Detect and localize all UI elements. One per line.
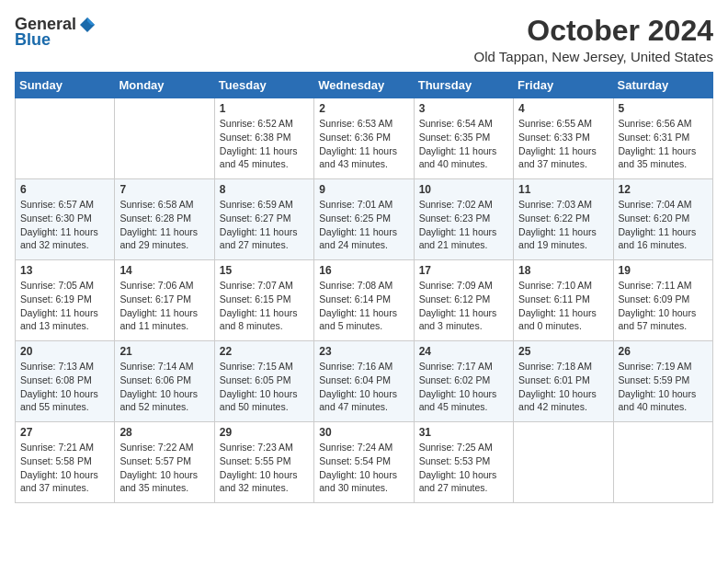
day-number: 8: [220, 183, 309, 196]
cell-info: Sunrise: 6:56 AM Sunset: 6:31 PM Dayligh…: [619, 117, 708, 171]
calendar-cell: 1Sunrise: 6:52 AM Sunset: 6:38 PM Daylig…: [214, 98, 313, 179]
cell-info: Sunrise: 7:21 AM Sunset: 5:58 PM Dayligh…: [20, 441, 109, 495]
day-number: 19: [619, 264, 708, 277]
day-number: 24: [419, 345, 508, 358]
cell-info: Sunrise: 6:53 AM Sunset: 6:36 PM Dayligh…: [319, 117, 408, 171]
calendar-cell: [16, 98, 115, 179]
day-number: 20: [20, 345, 109, 358]
cell-info: Sunrise: 7:03 AM Sunset: 6:22 PM Dayligh…: [518, 198, 608, 252]
cell-info: Sunrise: 7:13 AM Sunset: 6:08 PM Dayligh…: [20, 360, 109, 414]
cell-info: Sunrise: 7:05 AM Sunset: 6:19 PM Dayligh…: [20, 279, 109, 333]
day-number: 15: [220, 264, 309, 277]
cell-info: Sunrise: 7:14 AM Sunset: 6:06 PM Dayligh…: [119, 360, 209, 414]
calendar-cell: 9Sunrise: 7:01 AM Sunset: 6:25 PM Daylig…: [314, 179, 414, 260]
calendar-cell: 17Sunrise: 7:09 AM Sunset: 6:12 PM Dayli…: [414, 260, 513, 341]
day-number: 28: [119, 426, 209, 439]
cell-info: Sunrise: 7:17 AM Sunset: 6:02 PM Dayligh…: [419, 360, 508, 414]
cell-info: Sunrise: 7:08 AM Sunset: 6:14 PM Dayligh…: [319, 279, 408, 333]
cell-info: Sunrise: 6:55 AM Sunset: 6:33 PM Dayligh…: [518, 117, 608, 171]
calendar-cell: 16Sunrise: 7:08 AM Sunset: 6:14 PM Dayli…: [314, 260, 414, 341]
calendar-cell: 3Sunrise: 6:54 AM Sunset: 6:35 PM Daylig…: [414, 98, 513, 179]
cell-info: Sunrise: 7:01 AM Sunset: 6:25 PM Dayligh…: [319, 198, 408, 252]
weekday-header-row: SundayMondayTuesdayWednesdayThursdayFrid…: [16, 73, 713, 98]
cell-info: Sunrise: 7:19 AM Sunset: 5:59 PM Dayligh…: [619, 360, 708, 414]
calendar-cell: 25Sunrise: 7:18 AM Sunset: 6:01 PM Dayli…: [514, 341, 613, 422]
day-number: 3: [419, 102, 508, 115]
calendar-cell: 18Sunrise: 7:10 AM Sunset: 6:11 PM Dayli…: [514, 260, 613, 341]
calendar-week-row: 27Sunrise: 7:21 AM Sunset: 5:58 PM Dayli…: [16, 422, 713, 503]
calendar-cell: 24Sunrise: 7:17 AM Sunset: 6:02 PM Dayli…: [414, 341, 513, 422]
calendar-cell: 2Sunrise: 6:53 AM Sunset: 6:36 PM Daylig…: [314, 98, 414, 179]
cell-info: Sunrise: 7:16 AM Sunset: 6:04 PM Dayligh…: [319, 360, 408, 414]
day-number: 4: [518, 102, 608, 115]
weekday-header-thursday: Thursday: [414, 73, 513, 98]
day-number: 14: [119, 264, 209, 277]
calendar-cell: 7Sunrise: 6:58 AM Sunset: 6:28 PM Daylig…: [115, 179, 214, 260]
day-number: 2: [319, 102, 408, 115]
weekday-header-monday: Monday: [115, 73, 214, 98]
calendar-cell: 20Sunrise: 7:13 AM Sunset: 6:08 PM Dayli…: [16, 341, 115, 422]
calendar-week-row: 13Sunrise: 7:05 AM Sunset: 6:19 PM Dayli…: [16, 260, 713, 341]
day-number: 13: [20, 264, 109, 277]
day-number: 23: [319, 345, 408, 358]
calendar-cell: [613, 422, 712, 503]
day-number: 30: [319, 426, 408, 439]
calendar-cell: 30Sunrise: 7:24 AM Sunset: 5:54 PM Dayli…: [314, 422, 414, 503]
cell-info: Sunrise: 7:25 AM Sunset: 5:53 PM Dayligh…: [419, 441, 508, 495]
cell-info: Sunrise: 6:58 AM Sunset: 6:28 PM Dayligh…: [119, 198, 209, 252]
calendar-cell: 11Sunrise: 7:03 AM Sunset: 6:22 PM Dayli…: [514, 179, 613, 260]
day-number: 5: [619, 102, 708, 115]
page-header: General Blue October 2024 Old Tappan, Ne…: [15, 15, 713, 64]
cell-info: Sunrise: 7:15 AM Sunset: 6:05 PM Dayligh…: [220, 360, 309, 414]
logo: General Blue: [15, 15, 97, 50]
calendar-cell: [514, 422, 613, 503]
calendar-cell: 4Sunrise: 6:55 AM Sunset: 6:33 PM Daylig…: [514, 98, 613, 179]
day-number: 9: [319, 183, 408, 196]
calendar-cell: 10Sunrise: 7:02 AM Sunset: 6:23 PM Dayli…: [414, 179, 513, 260]
day-number: 26: [619, 345, 708, 358]
location-text: Old Tappan, New Jersey, United States: [474, 49, 713, 64]
calendar-cell: 22Sunrise: 7:15 AM Sunset: 6:05 PM Dayli…: [214, 341, 313, 422]
weekday-header-friday: Friday: [514, 73, 613, 98]
cell-info: Sunrise: 7:22 AM Sunset: 5:57 PM Dayligh…: [119, 441, 209, 495]
day-number: 12: [619, 183, 708, 196]
calendar-cell: 12Sunrise: 7:04 AM Sunset: 6:20 PM Dayli…: [613, 179, 712, 260]
cell-info: Sunrise: 7:18 AM Sunset: 6:01 PM Dayligh…: [518, 360, 608, 414]
day-number: 1: [220, 102, 309, 115]
calendar-cell: 15Sunrise: 7:07 AM Sunset: 6:15 PM Dayli…: [214, 260, 313, 341]
weekday-header-saturday: Saturday: [613, 73, 712, 98]
day-number: 11: [518, 183, 608, 196]
day-number: 25: [518, 345, 608, 358]
calendar-cell: 31Sunrise: 7:25 AM Sunset: 5:53 PM Dayli…: [414, 422, 513, 503]
day-number: 6: [20, 183, 109, 196]
calendar-cell: 28Sunrise: 7:22 AM Sunset: 5:57 PM Dayli…: [115, 422, 214, 503]
calendar-cell: 14Sunrise: 7:06 AM Sunset: 6:17 PM Dayli…: [115, 260, 214, 341]
calendar-week-row: 6Sunrise: 6:57 AM Sunset: 6:30 PM Daylig…: [16, 179, 713, 260]
calendar-cell: 13Sunrise: 7:05 AM Sunset: 6:19 PM Dayli…: [16, 260, 115, 341]
calendar-cell: [115, 98, 214, 179]
calendar-table: SundayMondayTuesdayWednesdayThursdayFrid…: [15, 72, 713, 503]
day-number: 22: [220, 345, 309, 358]
day-number: 18: [518, 264, 608, 277]
day-number: 17: [419, 264, 508, 277]
cell-info: Sunrise: 7:24 AM Sunset: 5:54 PM Dayligh…: [319, 441, 408, 495]
day-number: 10: [419, 183, 508, 196]
day-number: 29: [220, 426, 309, 439]
weekday-header-tuesday: Tuesday: [214, 73, 313, 98]
calendar-cell: 29Sunrise: 7:23 AM Sunset: 5:55 PM Dayli…: [214, 422, 313, 503]
calendar-cell: 5Sunrise: 6:56 AM Sunset: 6:31 PM Daylig…: [613, 98, 712, 179]
day-number: 7: [119, 183, 209, 196]
cell-info: Sunrise: 6:54 AM Sunset: 6:35 PM Dayligh…: [419, 117, 508, 171]
cell-info: Sunrise: 6:57 AM Sunset: 6:30 PM Dayligh…: [20, 198, 109, 252]
calendar-cell: 27Sunrise: 7:21 AM Sunset: 5:58 PM Dayli…: [16, 422, 115, 503]
calendar-cell: 23Sunrise: 7:16 AM Sunset: 6:04 PM Dayli…: [314, 341, 414, 422]
day-number: 31: [419, 426, 508, 439]
weekday-header-wednesday: Wednesday: [314, 73, 414, 98]
calendar-cell: 21Sunrise: 7:14 AM Sunset: 6:06 PM Dayli…: [115, 341, 214, 422]
logo-icon: [78, 16, 97, 34]
cell-info: Sunrise: 7:04 AM Sunset: 6:20 PM Dayligh…: [619, 198, 708, 252]
logo-blue-text: Blue: [15, 30, 51, 50]
cell-info: Sunrise: 6:59 AM Sunset: 6:27 PM Dayligh…: [220, 198, 309, 252]
cell-info: Sunrise: 7:09 AM Sunset: 6:12 PM Dayligh…: [419, 279, 508, 333]
day-number: 16: [319, 264, 408, 277]
